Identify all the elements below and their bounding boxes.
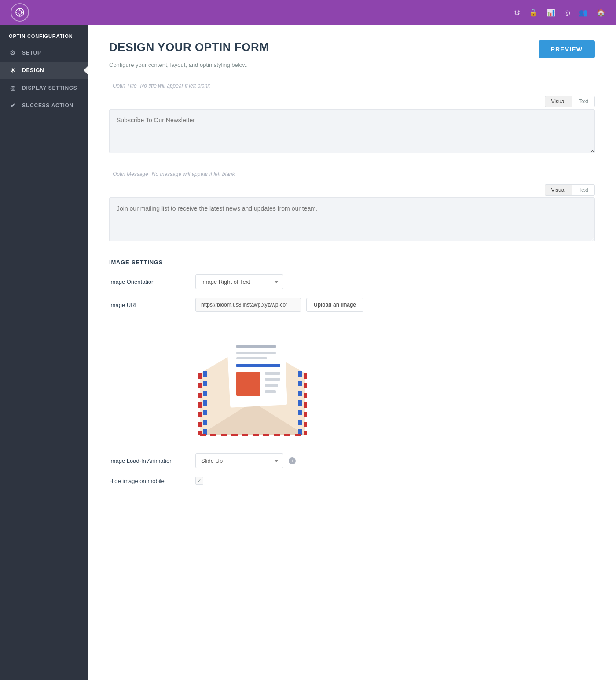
preview-button[interactable]: Preview <box>539 40 595 58</box>
chart-icon[interactable]: 📊 <box>546 8 555 17</box>
optin-message-editor[interactable] <box>109 197 595 241</box>
image-animation-row: Image Load-In Animation Slide Up Fade In… <box>109 453 595 468</box>
svg-rect-23 <box>265 390 276 393</box>
hide-mobile-control <box>195 477 595 485</box>
main-content: Design Your Optin Form Preview Configure… <box>88 25 616 680</box>
top-nav: ⚙ 🔒 📊 ◎ 👥 🏠 <box>0 0 616 25</box>
optin-title-section-label: Optin TitleNo title will appear if left … <box>109 82 595 89</box>
optin-title-visual-toggle[interactable]: Visual <box>545 96 572 107</box>
settings-icon[interactable]: ⚙ <box>514 8 520 17</box>
sidebar-item-success-label: Success Action <box>22 102 73 109</box>
hide-mobile-row: Hide image on mobile <box>109 477 595 485</box>
optin-message-block: Optin MessageNo message will appear if l… <box>109 171 595 243</box>
image-animation-label: Image Load-In Animation <box>109 457 188 464</box>
svg-rect-20 <box>265 372 280 375</box>
svg-rect-18 <box>236 364 280 367</box>
image-orientation-control: Image Right of Text Image Left of Text I… <box>195 274 595 289</box>
help-icon[interactable]: ◎ <box>564 8 570 17</box>
lock-icon[interactable]: 🔒 <box>529 8 538 17</box>
sidebar: Optin Configuration ⚙ Setup ✳ Design ◎ D… <box>0 25 88 680</box>
image-animation-control: Slide Up Fade In Bounce None i <box>195 453 595 468</box>
users-icon[interactable]: 👥 <box>579 8 588 17</box>
optin-message-text-toggle[interactable]: Text <box>572 184 595 196</box>
image-url-control: Upload an Image <box>195 298 595 312</box>
svg-rect-17 <box>236 357 267 359</box>
animation-info-icon[interactable]: i <box>289 457 296 464</box>
image-url-input[interactable] <box>195 298 301 312</box>
image-url-label: Image URL <box>109 302 188 308</box>
optin-title-hint: No title will appear if left blank <box>140 83 210 89</box>
svg-rect-15 <box>236 345 276 348</box>
upload-image-button[interactable]: Upload an Image <box>306 298 363 312</box>
optin-title-editor[interactable] <box>109 109 595 153</box>
display-icon: ◎ <box>9 84 17 91</box>
sidebar-item-display-label: Display Settings <box>22 85 77 91</box>
page-title: Design Your Optin Form <box>109 40 269 54</box>
app-logo[interactable] <box>11 3 29 22</box>
page-header: Design Your Optin Form Preview <box>109 40 595 58</box>
sidebar-item-success-action[interactable]: ✔ Success Action <box>0 97 88 114</box>
top-nav-icons: ⚙ 🔒 📊 ◎ 👥 🏠 <box>514 8 605 17</box>
hide-mobile-label: Hide image on mobile <box>109 478 188 484</box>
sidebar-item-setup-label: Setup <box>22 50 41 56</box>
image-settings-section: Image Settings Image Orientation Image R… <box>109 259 595 485</box>
sidebar-item-design-label: Design <box>22 67 44 73</box>
optin-message-toggle: Visual Text <box>109 184 595 196</box>
image-url-row: Image URL Upload an Image <box>109 298 595 312</box>
optin-title-block: Optin TitleNo title will appear if left … <box>109 82 595 155</box>
sidebar-item-design[interactable]: ✳ Design <box>0 62 88 79</box>
home-icon[interactable]: 🏠 <box>597 8 605 17</box>
design-icon: ✳ <box>9 67 17 74</box>
image-settings-title: Image Settings <box>109 259 595 266</box>
image-animation-select[interactable]: Slide Up Fade In Bounce None <box>195 453 283 468</box>
optin-message-hint: No message will appear if left blank <box>152 171 235 177</box>
svg-point-1 <box>18 11 22 14</box>
image-orientation-label: Image Orientation <box>109 278 188 285</box>
page-subtitle: Configure your content, layout, and opti… <box>109 62 595 68</box>
svg-rect-19 <box>236 372 260 396</box>
image-orientation-select[interactable]: Image Right of Text Image Left of Text I… <box>195 274 283 289</box>
setup-icon: ⚙ <box>9 49 17 56</box>
envelope-illustration <box>195 321 310 439</box>
svg-rect-21 <box>265 378 280 381</box>
optin-title-text-toggle[interactable]: Text <box>572 96 595 107</box>
svg-rect-16 <box>236 352 276 354</box>
optin-message-section-label: Optin MessageNo message will appear if l… <box>109 171 595 177</box>
optin-message-visual-toggle[interactable]: Visual <box>545 184 572 196</box>
sidebar-section-label: Optin Configuration <box>0 25 88 44</box>
optin-title-toggle: Visual Text <box>109 96 595 107</box>
image-orientation-row: Image Orientation Image Right of Text Im… <box>109 274 595 289</box>
sidebar-item-setup[interactable]: ⚙ Setup <box>0 44 88 62</box>
sidebar-item-display-settings[interactable]: ◎ Display Settings <box>0 79 88 97</box>
hide-mobile-checkbox[interactable] <box>195 477 203 485</box>
image-preview <box>195 321 595 441</box>
svg-rect-22 <box>265 384 278 387</box>
success-icon: ✔ <box>9 102 17 109</box>
